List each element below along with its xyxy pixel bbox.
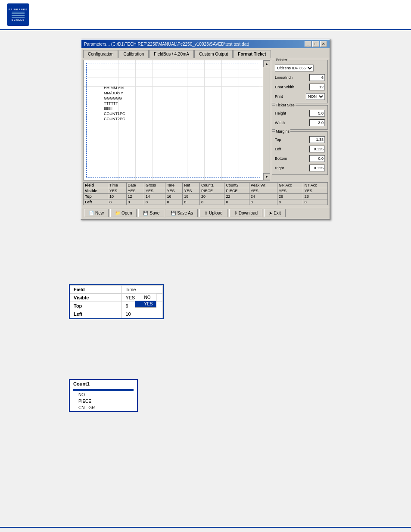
field-date[interactable]: Date: [126, 183, 144, 188]
save-button[interactable]: 💾 Save: [138, 209, 164, 217]
visible-net[interactable]: YES: [183, 188, 200, 194]
dp2-option-piece[interactable]: PIECE: [70, 398, 137, 404]
top-peak-wt[interactable]: 24: [249, 194, 277, 199]
visible-gross[interactable]: YES: [144, 188, 165, 194]
visible-tare[interactable]: YES: [165, 188, 183, 194]
window-body: HH MM AM MM/DD/YY GGGGGG TTTTTT IIIIIIII…: [81, 58, 330, 182]
left-tare[interactable]: 8: [165, 199, 183, 205]
lines-per-inch-label: Lines/Inch: [275, 75, 293, 80]
right-panel: Printer Citizens IDP 3550 Lines/Inch Cha…: [272, 60, 328, 180]
table-row-left: Left 8 8 8 8 8 8 8 8 8 8: [84, 199, 328, 205]
field-gr-acc[interactable]: GR Acc: [277, 183, 303, 188]
scroll-up-arrow[interactable]: ▲: [263, 60, 270, 67]
dropdown-left-value[interactable]: 10: [122, 310, 163, 318]
printer-group: Printer Citizens IDP 3550 Lines/Inch Cha…: [272, 60, 328, 103]
tab-configuration[interactable]: Configuration: [83, 50, 118, 58]
left-peak-wt[interactable]: 8: [249, 199, 277, 205]
close-button[interactable]: ✕: [320, 41, 327, 47]
upload-button[interactable]: ⇧ Upload: [199, 209, 227, 217]
field-gross[interactable]: Gross: [144, 183, 165, 188]
window-title: Parameters... (C:\D1\TECH REP\2250\MANUA…: [84, 42, 249, 47]
new-button[interactable]: 📄 New: [84, 209, 109, 217]
tab-format-ticket[interactable]: Format Ticket: [233, 50, 271, 58]
visible-peak-wt[interactable]: YES: [249, 188, 277, 194]
left-net[interactable]: 8: [183, 199, 200, 205]
top-tare[interactable]: 16: [165, 194, 183, 199]
dropdown-field-value: Time: [122, 286, 163, 294]
dropdown-popup-2: Count1 NO PIECE CNT GR: [69, 379, 138, 412]
download-icon: ⇩: [234, 211, 237, 215]
data-table: Field Time Date Gross Tare Net Count1 Co…: [83, 182, 328, 205]
field-tare[interactable]: Tare: [165, 183, 183, 188]
left-count2[interactable]: 8: [224, 199, 249, 205]
margin-right-label: Right: [275, 166, 284, 170]
margin-bottom-input[interactable]: [309, 155, 325, 162]
brand-name: FAIRBANKS: [9, 8, 28, 11]
field-count1[interactable]: Count1: [200, 183, 224, 188]
bottom-rule: [0, 527, 411, 528]
margin-left-input[interactable]: [309, 146, 325, 152]
option-no[interactable]: NO: [135, 294, 156, 301]
left-gr-acc[interactable]: 8: [277, 199, 303, 205]
margin-right-input[interactable]: [309, 165, 325, 171]
height-input[interactable]: [309, 110, 325, 117]
ticket-line-count2: COUNT2PC: [104, 117, 260, 121]
scroll-down-arrow[interactable]: ▼: [263, 173, 270, 180]
restore-button[interactable]: □: [312, 41, 319, 47]
top-time[interactable]: 10: [108, 194, 126, 199]
visible-count1[interactable]: PIECE: [200, 188, 224, 194]
field-header: Field: [84, 183, 108, 188]
params-window: Parameters... (C:\D1\TECH REP\2250\MANUA…: [81, 39, 330, 220]
open-button[interactable]: 📁 Open: [110, 209, 137, 217]
visible-count2[interactable]: PIECE: [224, 188, 249, 194]
char-width-label: Char Width: [275, 85, 294, 89]
visible-time[interactable]: YES: [108, 188, 126, 194]
printer-model-select[interactable]: Citizens IDP 3550: [275, 65, 314, 72]
tab-fieldbus[interactable]: FieldBus / 4.20mA: [149, 50, 194, 58]
left-nt-acc[interactable]: 8: [303, 199, 327, 205]
tab-bar: Configuration Calibration FieldBus / 4.2…: [81, 48, 330, 58]
field-peak-wt[interactable]: Peak Wt: [249, 183, 277, 188]
tab-calibration[interactable]: Calibration: [118, 50, 149, 58]
left-date[interactable]: 8: [126, 199, 144, 205]
dp2-option-cntgr[interactable]: CNT GR: [70, 404, 137, 411]
vertical-scrollbar[interactable]: ▲ ▼: [263, 60, 270, 180]
visible-date[interactable]: YES: [126, 188, 144, 194]
download-button[interactable]: ⇩ Download: [229, 209, 262, 217]
field-count2[interactable]: Count2: [224, 183, 249, 188]
ticket-size-title: Ticket Size: [275, 103, 296, 107]
width-input[interactable]: [309, 119, 325, 126]
margin-top-input[interactable]: [309, 136, 325, 143]
lines-per-inch-input[interactable]: [309, 74, 325, 81]
print-select[interactable]: NONE: [306, 93, 325, 100]
left-time[interactable]: 8: [108, 199, 126, 205]
top-count2[interactable]: 22: [224, 194, 249, 199]
field-nt-acc[interactable]: NT Acc: [303, 183, 327, 188]
save-as-button[interactable]: 💾 Save As: [166, 209, 198, 217]
tab-custom-output[interactable]: Custom Output: [194, 50, 233, 58]
left-count1[interactable]: 8: [200, 199, 224, 205]
exit-icon: ➤: [269, 211, 272, 215]
top-gross[interactable]: 14: [144, 194, 165, 199]
char-width-input[interactable]: [309, 84, 325, 90]
visible-nt-acc[interactable]: YES: [303, 188, 327, 194]
width-row: Width: [275, 119, 325, 126]
margins-title: Margins: [275, 129, 290, 134]
visible-gr-acc[interactable]: YES: [277, 188, 303, 194]
exit-button[interactable]: ➤ Exit: [264, 209, 286, 217]
dropdown-popup-1: Field Time Visible YES NO YES Top 6 Left: [69, 284, 164, 319]
field-net[interactable]: Net: [183, 183, 200, 188]
top-nt-acc[interactable]: 28: [303, 194, 327, 199]
dp2-option-no[interactable]: NO: [70, 392, 137, 398]
top-gr-acc[interactable]: 26: [277, 194, 303, 199]
top-date[interactable]: 12: [126, 194, 144, 199]
top-count1[interactable]: 20: [200, 194, 224, 199]
header-bar: FAIRBANKS SCALES: [0, 0, 411, 30]
minimize-button[interactable]: _: [305, 41, 311, 47]
field-time[interactable]: Time: [108, 183, 126, 188]
option-yes[interactable]: YES: [135, 301, 156, 307]
left-gross[interactable]: 8: [144, 199, 165, 205]
top-net[interactable]: 18: [183, 194, 200, 199]
window-titlebar: Parameters... (C:\D1\TECH REP\2250\MANUA…: [81, 40, 330, 48]
dropdown-visible-value[interactable]: YES NO YES: [122, 294, 163, 302]
